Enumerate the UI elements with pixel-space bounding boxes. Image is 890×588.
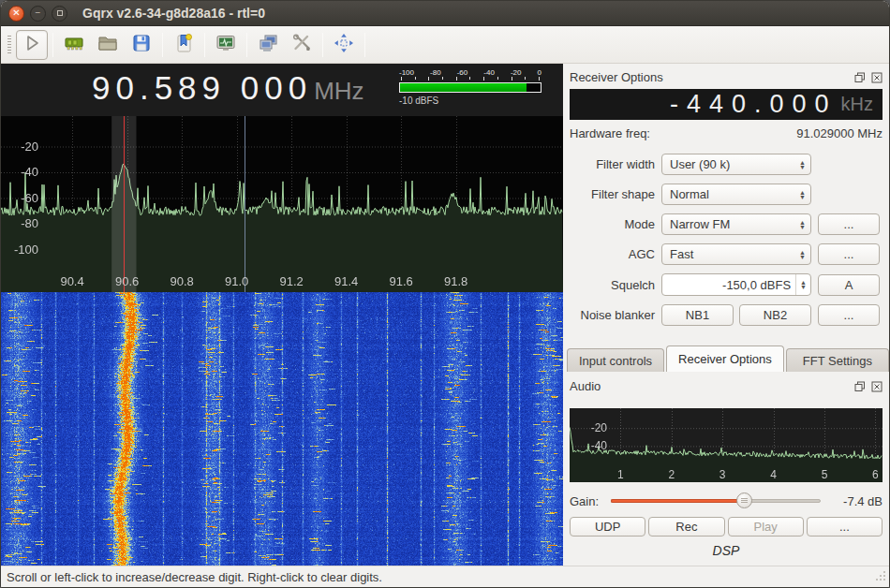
fullscreen-button[interactable] (328, 30, 360, 60)
mode-combobox[interactable]: Narrow FM ▲▼ (661, 213, 811, 235)
filter-shape-label: Filter shape (570, 187, 661, 201)
toolbar-separator (364, 33, 365, 57)
meter-scale: -100-80-60-40-200 (399, 68, 541, 77)
offset-frequency-display[interactable]: -440.000 kHz (570, 89, 883, 120)
open-button[interactable] (92, 30, 124, 60)
bookmarks-button[interactable] (168, 30, 200, 60)
mode-label: Mode (570, 217, 661, 231)
float-panel-icon[interactable] (854, 381, 866, 392)
squelch-auto-button[interactable]: A (818, 274, 880, 296)
window-title: Gqrx v2.6-34-g8d28a16 - rtl=0 (82, 6, 265, 21)
frequency-digits[interactable]: 90.589 000 (92, 69, 312, 107)
receiver-options-header: Receiver Options (570, 69, 883, 85)
tab-receiver-options[interactable]: Receiver Options (666, 345, 784, 372)
meter-bar (399, 82, 541, 93)
audio-options-button[interactable]: ... (807, 517, 883, 537)
bookmark-icon (172, 32, 195, 58)
window-controls: ✕ − (8, 6, 67, 22)
offset-unit: kHz (841, 94, 873, 115)
spinner-arrows-icon: ▲▼ (799, 250, 810, 259)
frequency-display[interactable]: 90.589 000 MHz (92, 69, 364, 107)
toolbar-separator (162, 33, 163, 57)
play-icon (21, 32, 43, 58)
mode-options-button[interactable]: ... (818, 213, 880, 235)
filter-width-combobox[interactable]: User (90 k) ▲▼ (661, 154, 811, 175)
gain-slider[interactable] (611, 491, 821, 511)
gqrx-window: ✕ − Gqrx v2.6-34-g8d28a16 - rtl=0 (0, 0, 890, 588)
statusbar: Scroll or left-click to increase/decreas… (1, 566, 889, 587)
squelch-label: Squelch (570, 278, 661, 292)
squelch-spinbox[interactable]: -150,0 dBFS ▲▼ (661, 273, 811, 296)
receiver-form: Filter width User (90 k) ▲▼ Filter shape… (570, 154, 883, 326)
spinner-arrows-icon: ▲▼ (799, 160, 810, 169)
hardware-freq-value: 91.029000 MHz (796, 126, 883, 142)
dock-tabbar: Input controls Receiver Options FFT Sett… (567, 345, 889, 372)
agc-label: AGC (570, 247, 661, 261)
dsp-settings-button[interactable] (210, 30, 242, 60)
noise-blanker-options-button[interactable]: ... (818, 304, 880, 326)
close-icon[interactable]: ✕ (8, 6, 24, 22)
meter-level (400, 83, 527, 92)
receiver-options-panel: Receiver Options -440.000 kHz Hardware f… (563, 64, 889, 566)
hardware-freq-label: Hardware freq: (570, 126, 650, 142)
gain-label: Gain: (570, 494, 611, 508)
resize-grip[interactable] (875, 570, 886, 584)
squelch-value: -150,0 dBFS (662, 278, 795, 292)
toolbar (1, 26, 889, 64)
toolbar-separator (322, 33, 323, 57)
hardware-freq-row: Hardware freq: 91.029000 MHz (570, 126, 883, 142)
toolbar-handle[interactable] (7, 36, 11, 54)
nb2-button[interactable]: NB2 (739, 304, 811, 326)
status-text: Scroll or left-click to increase/decreas… (7, 570, 382, 584)
remote-control-button[interactable] (252, 30, 284, 60)
dsp-monitor-icon (215, 32, 237, 58)
tab-input-controls[interactable]: Input controls (567, 348, 664, 372)
toolbar-separator (246, 33, 247, 57)
agc-row: AGC Fast ▲▼ ... (570, 243, 883, 265)
nb1-button[interactable]: NB1 (661, 304, 734, 326)
udp-button[interactable]: UDP (570, 517, 645, 537)
toolbar-separator (52, 33, 53, 57)
squelch-row: Squelch -150,0 dBFS ▲▼ A (570, 273, 883, 296)
agc-combobox[interactable]: Fast ▲▼ (661, 243, 811, 265)
save-icon (130, 32, 153, 58)
close-panel-icon[interactable] (871, 381, 883, 392)
spinner-arrows-icon: ▲▼ (799, 220, 810, 229)
open-folder-icon (96, 32, 119, 58)
main-area: 90.589 000 MHz -100-80-60-40-200 -10 dBF… (1, 64, 889, 566)
agc-value: Fast (662, 247, 799, 261)
fullscreen-icon (333, 32, 355, 58)
offset-digits[interactable]: -440.000 (670, 90, 838, 119)
slider-handle[interactable] (736, 492, 752, 508)
filter-shape-value: Normal (662, 187, 799, 201)
filter-shape-combobox[interactable]: Normal ▲▼ (661, 184, 811, 205)
slider-fill (611, 499, 743, 503)
filter-width-row: Filter width User (90 k) ▲▼ (570, 154, 883, 175)
spectrum-plot[interactable] (1, 116, 563, 292)
mode-row: Mode Narrow FM ▲▼ ... (570, 213, 883, 235)
configure-io-button[interactable] (58, 30, 90, 60)
start-dsp-button[interactable] (16, 30, 48, 60)
rec-button[interactable]: Rec (648, 517, 724, 537)
audio-panel-header: Audio (570, 378, 883, 394)
waterfall-plot[interactable] (1, 292, 563, 566)
agc-options-button[interactable]: ... (818, 243, 880, 265)
audio-title: Audio (570, 379, 854, 393)
minimize-icon[interactable]: − (30, 6, 46, 22)
save-button[interactable] (126, 30, 157, 60)
float-panel-icon[interactable] (854, 72, 866, 83)
spinner-arrows-icon: ▲▼ (795, 274, 810, 295)
meter-value: -10 dBFS (399, 96, 541, 106)
tab-fft-settings[interactable]: FFT Settings (786, 348, 889, 372)
plotter-column: 90.589 000 MHz -100-80-60-40-200 -10 dBF… (1, 64, 563, 566)
close-panel-icon[interactable] (871, 72, 883, 83)
maximize-icon[interactable] (52, 6, 67, 22)
play-button: Play (728, 517, 804, 537)
audio-spectrum-plot[interactable] (570, 408, 883, 482)
tools-icon (290, 32, 313, 58)
titlebar[interactable]: ✕ − Gqrx v2.6-34-g8d28a16 - rtl=0 (1, 1, 889, 26)
remote-control-icon (257, 32, 279, 58)
settings-button[interactable] (286, 30, 318, 60)
noise-blanker-row: Noise blanker NB1 NB2 ... (570, 304, 883, 326)
gain-row: Gain: -7.4 dB (570, 491, 883, 511)
